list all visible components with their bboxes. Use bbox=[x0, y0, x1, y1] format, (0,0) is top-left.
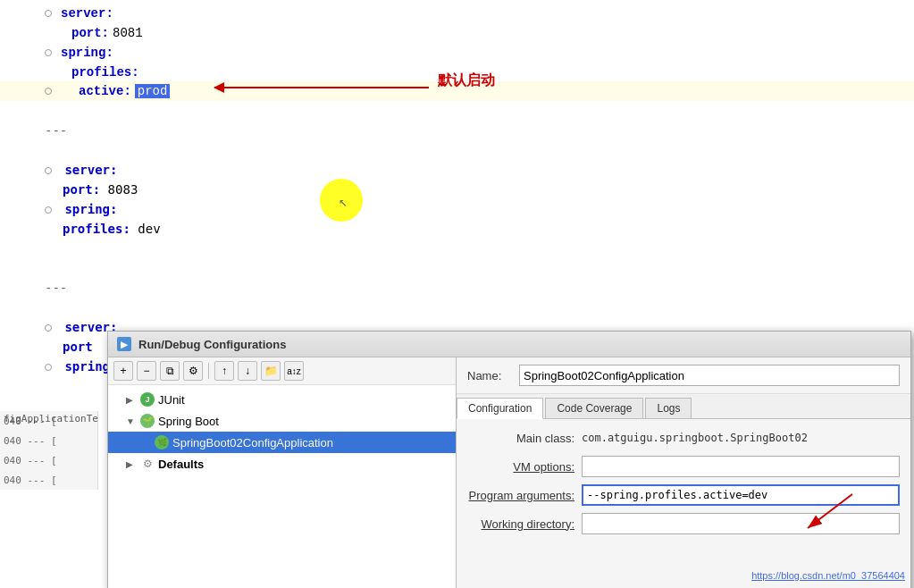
tree-item-junit[interactable]: ▶ J JUnit bbox=[108, 389, 456, 410]
side-num-2: 040 --- [ bbox=[0, 431, 97, 450]
code-line-18: port bbox=[45, 337, 93, 357]
side-num-4: 040 --- [ bbox=[0, 470, 97, 490]
dialog-icon: ▶ bbox=[117, 337, 131, 351]
copy-btn[interactable]: ⧉ bbox=[160, 361, 180, 381]
tab-configuration[interactable]: Configuration bbox=[457, 398, 543, 419]
tab-code-coverage[interactable]: Code Coverage bbox=[545, 398, 643, 418]
run-debug-dialog: ▶ Run/Debug Configurations + − ⧉ ⚙ ↑ ↓ 📁… bbox=[107, 331, 911, 588]
name-input[interactable] bbox=[519, 365, 900, 386]
junit-icon: J bbox=[140, 392, 155, 407]
junit-label: JUnit bbox=[158, 393, 185, 407]
expand-icon-defaults: ▶ bbox=[126, 459, 137, 469]
main-class-label: Main class: bbox=[467, 432, 574, 445]
code-line-19: spring bbox=[45, 357, 110, 376]
active-value-highlighted: prod bbox=[135, 84, 171, 98]
toolbar-sep-1 bbox=[208, 363, 209, 379]
program-args-label: Program arguments: bbox=[467, 489, 574, 502]
folder-btn[interactable]: 📁 bbox=[261, 361, 281, 381]
code-line-9: server: bbox=[45, 160, 117, 180]
code-line-2: port: 8081 bbox=[0, 23, 914, 43]
vm-options-input[interactable] bbox=[582, 456, 900, 477]
tree-toolbar: + − ⧉ ⚙ ↑ ↓ 📁 a↕z bbox=[108, 357, 456, 385]
watermark: https://blog.csdn.net/m0_37564404 bbox=[751, 570, 905, 581]
main-class-row: Main class: com.atguigu.springboot.Sprin… bbox=[467, 426, 900, 449]
tree-item-defaults[interactable]: ▶ ⚙ Defaults bbox=[108, 453, 456, 475]
dialog-red-arrow bbox=[790, 485, 861, 539]
expand-spacer bbox=[140, 438, 151, 448]
code-separator-1: --- bbox=[45, 121, 67, 140]
code-line-3: spring: bbox=[0, 43, 914, 63]
code-line-12: profiles: dev bbox=[45, 219, 161, 239]
code-line-8 bbox=[0, 140, 914, 160]
tree-item-springboot[interactable]: ▼ 🌱 Spring Boot bbox=[108, 410, 456, 432]
app-icon: 🌿 bbox=[155, 435, 169, 449]
spring-label: Spring Boot bbox=[158, 415, 219, 428]
vm-options-row: VM options: bbox=[467, 455, 900, 478]
code-line-10: port: 8083 bbox=[45, 180, 138, 199]
tab-logs[interactable]: Logs bbox=[645, 398, 692, 418]
tree-content: ▶ J JUnit ▼ 🌱 Spring Boot 🌿 SpringBoot02… bbox=[108, 385, 456, 588]
dialog-title: Run/Debug Configurations bbox=[138, 338, 286, 351]
settings-btn[interactable]: ⚙ bbox=[183, 361, 203, 381]
code-line-11: spring: bbox=[45, 199, 117, 219]
defaults-icon: ⚙ bbox=[140, 457, 155, 471]
config-panel: Name: Configuration Code Coverage Logs M… bbox=[457, 357, 910, 588]
remove-btn[interactable]: − bbox=[137, 361, 156, 381]
name-label: Name: bbox=[467, 369, 512, 382]
sort-btn[interactable]: a↕z bbox=[284, 361, 304, 381]
tree-panel: + − ⧉ ⚙ ↑ ↓ 📁 a↕z ▶ J JUnit bbox=[108, 357, 457, 588]
expand-icon-spring: ▼ bbox=[126, 416, 137, 426]
cursor-pointer: ↖ bbox=[339, 193, 348, 211]
svg-line-1 bbox=[808, 494, 852, 528]
main-class-value: com.atguigu.springboot.SpringBoot02 bbox=[582, 432, 808, 444]
code-line-6 bbox=[0, 101, 914, 121]
add-btn[interactable]: + bbox=[113, 361, 133, 381]
cursor-circle: ↖ bbox=[320, 179, 363, 222]
working-dir-label: Working directory: bbox=[467, 517, 574, 531]
tree-item-app[interactable]: 🌿 SpringBoot02ConfigApplication bbox=[108, 432, 456, 453]
app-label: SpringBoot02ConfigApplication bbox=[172, 436, 333, 449]
name-row: Name: bbox=[457, 357, 910, 394]
vm-options-label: VM options: bbox=[467, 460, 574, 474]
dialog-arrow-container bbox=[790, 485, 861, 542]
down-btn[interactable]: ↓ bbox=[238, 361, 257, 381]
defaults-label: Defaults bbox=[158, 458, 204, 471]
code-line-1: server: bbox=[0, 4, 914, 23]
dialog-title-bar: ▶ Run/Debug Configurations bbox=[108, 332, 910, 357]
code-separator-2: --- bbox=[45, 278, 67, 298]
spring-icon: 🌱 bbox=[140, 414, 155, 428]
annotation-text: 默认启动 bbox=[438, 71, 495, 90]
dialog-body: + − ⧉ ⚙ ↑ ↓ 📁 a↕z ▶ J JUnit bbox=[108, 357, 910, 588]
expand-icon-junit: ▶ bbox=[126, 395, 137, 405]
side-num-3: 040 --- [ bbox=[0, 450, 97, 470]
code-text: server: bbox=[61, 6, 113, 21]
tabs-row: Configuration Code Coverage Logs bbox=[457, 394, 910, 419]
file-label: figApplicationTes bbox=[0, 411, 98, 426]
up-btn[interactable]: ↑ bbox=[214, 361, 234, 381]
